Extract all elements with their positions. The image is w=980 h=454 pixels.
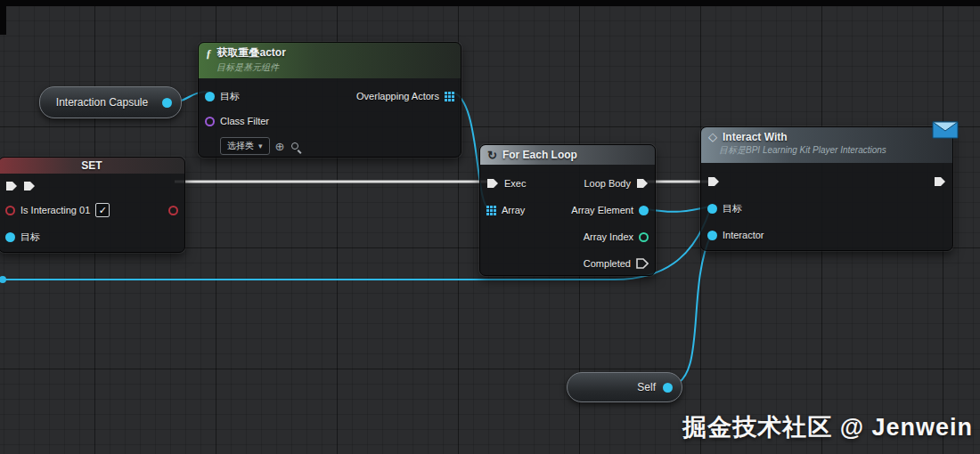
class-filter-dropdown-label: 选择类 [227,140,254,152]
interaction-capsule-output-pin[interactable] [162,98,172,108]
loop-icon: ↻ [487,149,497,162]
self-label: Self [637,381,656,393]
is-interacting-input-pin[interactable] [5,206,15,215]
interact-exec-out-pin[interactable] [934,175,946,188]
is-interacting-label: Is Interacting 01 [20,205,90,215]
interact-with-header[interactable]: ◇ Interact With 目标是BPI Learning Kit Play… [701,127,952,163]
array-index-pin[interactable] [639,232,649,242]
get-overlapping-title: 获取重叠actor [217,45,286,61]
set-exec-in-pin[interactable] [5,180,18,192]
loop-body-exec-pin[interactable] [636,177,649,190]
function-icon: ƒ [206,46,212,61]
get-overlapping-subtitle: 目标是基元组件 [216,61,461,74]
set-title: SET [81,159,102,172]
blueprint-canvas[interactable]: Interaction Capsule ƒ 获取重叠actor 目标是基元组件 … [0,0,980,454]
self-output-pin[interactable] [663,383,673,393]
wire-self-to-interactor [670,235,711,386]
is-interacting-checkbox[interactable]: ✓ [95,203,110,217]
node-self[interactable]: Self [567,372,682,402]
node-set-is-interacting[interactable]: SET Is Interacting 01 ✓ 目标 [0,157,185,253]
chevron-down-icon: ▾ [258,142,263,150]
pick-class-icon[interactable]: ⊕ [275,141,285,152]
interact-target-label: 目标 [723,202,742,215]
interact-target-pin[interactable] [707,204,717,214]
foreach-exec-in-pin[interactable] [486,177,499,190]
get-overlapping-target-pin[interactable] [205,92,215,101]
set-target-label: 目标 [20,231,40,244]
get-overlapping-header[interactable]: ƒ 获取重叠actor 目标是基元组件 [199,43,461,78]
wire-endpoint-dot [0,276,6,283]
set-exec-out-pin[interactable] [23,180,36,192]
left-border-notch [0,6,6,35]
completed-exec-pin[interactable] [636,257,649,270]
interactor-label: Interactor [723,230,764,240]
class-filter-pin[interactable] [205,117,215,126]
set-target-pin[interactable] [5,232,15,242]
get-overlapping-target-label: 目标 [220,90,240,103]
interactor-pin[interactable] [707,231,717,240]
node-get-overlapping-actors[interactable]: ƒ 获取重叠actor 目标是基元组件 目标 Overlapping Actor… [198,42,461,158]
foreach-array-label: Array [502,205,525,215]
search-icon[interactable] [290,141,301,152]
node-for-each-loop[interactable]: ↻ For Each Loop Exec Loop Body Array Arr… [479,144,656,276]
class-filter-dropdown[interactable]: 选择类 ▾ [220,137,270,155]
interface-icon: ◇ [708,130,717,143]
node-interaction-capsule[interactable]: Interaction Capsule [39,86,182,118]
foreach-array-pin[interactable] [486,206,496,215]
array-element-label: Array Element [571,205,633,215]
watermark-text: 掘金技术社区 @ Jenwein [682,411,973,443]
for-each-loop-title: For Each Loop [502,149,577,161]
interact-exec-in-pin[interactable] [707,175,720,188]
for-each-loop-header[interactable]: ↻ For Each Loop [480,145,655,165]
array-element-pin[interactable] [639,206,649,215]
node-interact-with[interactable]: ◇ Interact With 目标是BPI Learning Kit Play… [700,126,953,251]
loop-body-label: Loop Body [584,178,631,189]
foreach-exec-label: Exec [504,178,526,189]
check-icon: ✓ [99,206,107,215]
top-border-bar [0,0,980,6]
interaction-capsule-label: Interaction Capsule [49,96,155,109]
completed-label: Completed [584,258,631,269]
overlapping-actors-label: Overlapping Actors [356,91,439,101]
overlapping-actors-array-pin[interactable] [445,92,454,101]
message-envelope-icon [932,118,959,140]
set-header[interactable]: SET [0,158,184,174]
is-interacting-output-pin[interactable] [168,206,178,215]
interact-with-title: Interact With [723,131,788,143]
interact-with-subtitle: 目标是BPI Learning Kit Player Interactions [719,144,952,157]
array-index-label: Array Index [584,231,633,242]
class-filter-label: Class Filter [220,116,269,126]
